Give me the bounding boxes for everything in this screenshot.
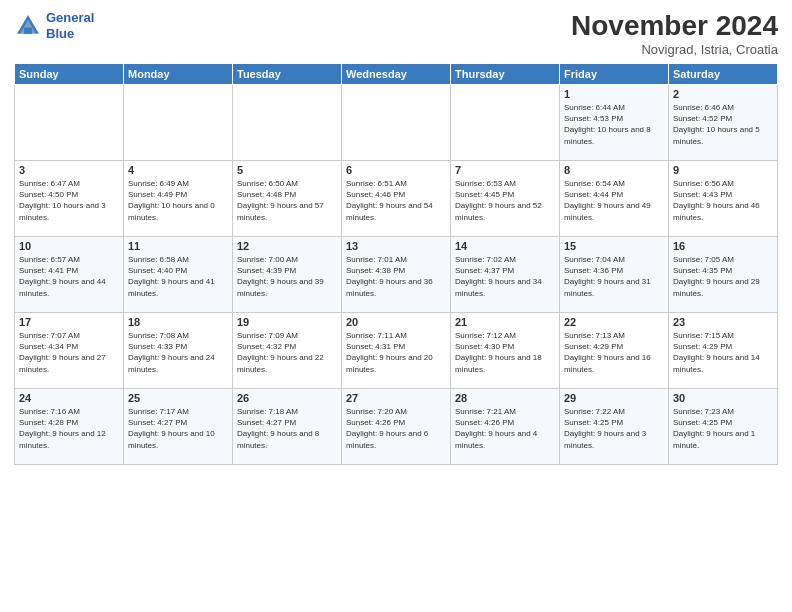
day-number: 26 <box>237 392 337 404</box>
calendar-week-5: 24Sunrise: 7:16 AM Sunset: 4:28 PM Dayli… <box>15 389 778 465</box>
weekday-header-monday: Monday <box>124 64 233 85</box>
day-number: 29 <box>564 392 664 404</box>
day-number: 2 <box>673 88 773 100</box>
day-number: 10 <box>19 240 119 252</box>
logo: General Blue <box>14 10 94 41</box>
calendar-cell: 25Sunrise: 7:17 AM Sunset: 4:27 PM Dayli… <box>124 389 233 465</box>
day-number: 27 <box>346 392 446 404</box>
calendar-cell <box>15 85 124 161</box>
day-info: Sunrise: 7:05 AM Sunset: 4:35 PM Dayligh… <box>673 254 773 299</box>
page-header: General Blue November 2024 Novigrad, Ist… <box>14 10 778 57</box>
day-number: 11 <box>128 240 228 252</box>
day-info: Sunrise: 7:12 AM Sunset: 4:30 PM Dayligh… <box>455 330 555 375</box>
day-number: 17 <box>19 316 119 328</box>
calendar-cell: 15Sunrise: 7:04 AM Sunset: 4:36 PM Dayli… <box>560 237 669 313</box>
day-info: Sunrise: 7:00 AM Sunset: 4:39 PM Dayligh… <box>237 254 337 299</box>
calendar-cell: 4Sunrise: 6:49 AM Sunset: 4:49 PM Daylig… <box>124 161 233 237</box>
calendar-cell: 12Sunrise: 7:00 AM Sunset: 4:39 PM Dayli… <box>233 237 342 313</box>
day-info: Sunrise: 7:15 AM Sunset: 4:29 PM Dayligh… <box>673 330 773 375</box>
calendar-cell: 29Sunrise: 7:22 AM Sunset: 4:25 PM Dayli… <box>560 389 669 465</box>
calendar-cell: 24Sunrise: 7:16 AM Sunset: 4:28 PM Dayli… <box>15 389 124 465</box>
day-number: 14 <box>455 240 555 252</box>
day-info: Sunrise: 6:51 AM Sunset: 4:46 PM Dayligh… <box>346 178 446 223</box>
calendar-cell: 2Sunrise: 6:46 AM Sunset: 4:52 PM Daylig… <box>669 85 778 161</box>
calendar-cell: 23Sunrise: 7:15 AM Sunset: 4:29 PM Dayli… <box>669 313 778 389</box>
day-number: 5 <box>237 164 337 176</box>
title-block: November 2024 Novigrad, Istria, Croatia <box>571 10 778 57</box>
day-number: 8 <box>564 164 664 176</box>
weekday-header-row: SundayMondayTuesdayWednesdayThursdayFrid… <box>15 64 778 85</box>
day-number: 6 <box>346 164 446 176</box>
day-number: 20 <box>346 316 446 328</box>
day-info: Sunrise: 6:47 AM Sunset: 4:50 PM Dayligh… <box>19 178 119 223</box>
calendar-week-4: 17Sunrise: 7:07 AM Sunset: 4:34 PM Dayli… <box>15 313 778 389</box>
weekday-header-saturday: Saturday <box>669 64 778 85</box>
month-title: November 2024 <box>571 10 778 42</box>
page-container: General Blue November 2024 Novigrad, Ist… <box>0 0 792 612</box>
day-number: 15 <box>564 240 664 252</box>
weekday-header-tuesday: Tuesday <box>233 64 342 85</box>
day-info: Sunrise: 7:16 AM Sunset: 4:28 PM Dayligh… <box>19 406 119 451</box>
day-number: 16 <box>673 240 773 252</box>
calendar-cell: 13Sunrise: 7:01 AM Sunset: 4:38 PM Dayli… <box>342 237 451 313</box>
day-info: Sunrise: 7:11 AM Sunset: 4:31 PM Dayligh… <box>346 330 446 375</box>
calendar-cell <box>342 85 451 161</box>
day-info: Sunrise: 7:22 AM Sunset: 4:25 PM Dayligh… <box>564 406 664 451</box>
day-number: 12 <box>237 240 337 252</box>
calendar-cell <box>451 85 560 161</box>
calendar-week-2: 3Sunrise: 6:47 AM Sunset: 4:50 PM Daylig… <box>15 161 778 237</box>
calendar-cell: 5Sunrise: 6:50 AM Sunset: 4:48 PM Daylig… <box>233 161 342 237</box>
day-info: Sunrise: 7:21 AM Sunset: 4:26 PM Dayligh… <box>455 406 555 451</box>
calendar-cell: 11Sunrise: 6:58 AM Sunset: 4:40 PM Dayli… <box>124 237 233 313</box>
calendar-cell: 3Sunrise: 6:47 AM Sunset: 4:50 PM Daylig… <box>15 161 124 237</box>
calendar-cell: 30Sunrise: 7:23 AM Sunset: 4:25 PM Dayli… <box>669 389 778 465</box>
day-number: 18 <box>128 316 228 328</box>
calendar-cell: 7Sunrise: 6:53 AM Sunset: 4:45 PM Daylig… <box>451 161 560 237</box>
day-info: Sunrise: 7:07 AM Sunset: 4:34 PM Dayligh… <box>19 330 119 375</box>
day-number: 28 <box>455 392 555 404</box>
day-info: Sunrise: 7:20 AM Sunset: 4:26 PM Dayligh… <box>346 406 446 451</box>
weekday-header-thursday: Thursday <box>451 64 560 85</box>
day-info: Sunrise: 6:56 AM Sunset: 4:43 PM Dayligh… <box>673 178 773 223</box>
logo-icon <box>14 12 42 40</box>
calendar-cell: 17Sunrise: 7:07 AM Sunset: 4:34 PM Dayli… <box>15 313 124 389</box>
day-info: Sunrise: 7:18 AM Sunset: 4:27 PM Dayligh… <box>237 406 337 451</box>
day-number: 7 <box>455 164 555 176</box>
calendar-cell: 27Sunrise: 7:20 AM Sunset: 4:26 PM Dayli… <box>342 389 451 465</box>
day-number: 9 <box>673 164 773 176</box>
calendar-cell: 18Sunrise: 7:08 AM Sunset: 4:33 PM Dayli… <box>124 313 233 389</box>
calendar-cell: 21Sunrise: 7:12 AM Sunset: 4:30 PM Dayli… <box>451 313 560 389</box>
day-number: 24 <box>19 392 119 404</box>
calendar-week-1: 1Sunrise: 6:44 AM Sunset: 4:53 PM Daylig… <box>15 85 778 161</box>
calendar-table: SundayMondayTuesdayWednesdayThursdayFrid… <box>14 63 778 465</box>
day-number: 1 <box>564 88 664 100</box>
calendar-cell: 14Sunrise: 7:02 AM Sunset: 4:37 PM Dayli… <box>451 237 560 313</box>
calendar-cell: 9Sunrise: 6:56 AM Sunset: 4:43 PM Daylig… <box>669 161 778 237</box>
calendar-cell <box>124 85 233 161</box>
calendar-cell: 20Sunrise: 7:11 AM Sunset: 4:31 PM Dayli… <box>342 313 451 389</box>
location-subtitle: Novigrad, Istria, Croatia <box>571 42 778 57</box>
day-info: Sunrise: 7:08 AM Sunset: 4:33 PM Dayligh… <box>128 330 228 375</box>
day-number: 21 <box>455 316 555 328</box>
day-info: Sunrise: 7:13 AM Sunset: 4:29 PM Dayligh… <box>564 330 664 375</box>
day-number: 23 <box>673 316 773 328</box>
day-info: Sunrise: 6:54 AM Sunset: 4:44 PM Dayligh… <box>564 178 664 223</box>
day-info: Sunrise: 6:50 AM Sunset: 4:48 PM Dayligh… <box>237 178 337 223</box>
calendar-cell: 8Sunrise: 6:54 AM Sunset: 4:44 PM Daylig… <box>560 161 669 237</box>
day-info: Sunrise: 6:58 AM Sunset: 4:40 PM Dayligh… <box>128 254 228 299</box>
day-info: Sunrise: 6:53 AM Sunset: 4:45 PM Dayligh… <box>455 178 555 223</box>
day-info: Sunrise: 6:46 AM Sunset: 4:52 PM Dayligh… <box>673 102 773 147</box>
day-number: 4 <box>128 164 228 176</box>
day-number: 22 <box>564 316 664 328</box>
day-number: 19 <box>237 316 337 328</box>
day-info: Sunrise: 7:23 AM Sunset: 4:25 PM Dayligh… <box>673 406 773 451</box>
logo-line1: General <box>46 10 94 26</box>
logo-text: General Blue <box>46 10 94 41</box>
calendar-cell: 1Sunrise: 6:44 AM Sunset: 4:53 PM Daylig… <box>560 85 669 161</box>
day-number: 3 <box>19 164 119 176</box>
day-info: Sunrise: 7:04 AM Sunset: 4:36 PM Dayligh… <box>564 254 664 299</box>
day-info: Sunrise: 7:02 AM Sunset: 4:37 PM Dayligh… <box>455 254 555 299</box>
day-info: Sunrise: 6:44 AM Sunset: 4:53 PM Dayligh… <box>564 102 664 147</box>
day-info: Sunrise: 7:01 AM Sunset: 4:38 PM Dayligh… <box>346 254 446 299</box>
day-info: Sunrise: 7:09 AM Sunset: 4:32 PM Dayligh… <box>237 330 337 375</box>
